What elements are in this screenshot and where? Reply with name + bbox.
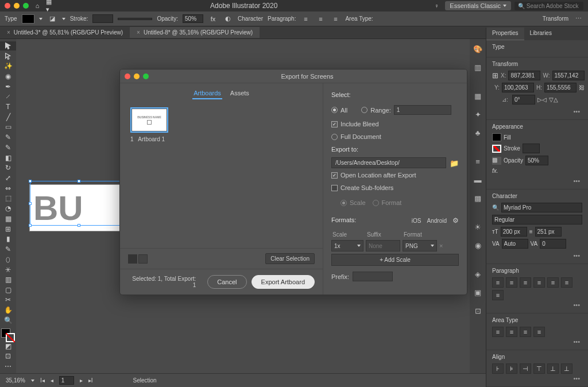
- slice-tool[interactable]: ✂: [0, 296, 16, 305]
- gradient-panel-icon[interactable]: ▬: [470, 173, 486, 186]
- dialog-maximize-icon[interactable]: [143, 73, 149, 79]
- opacity-input[interactable]: [525, 156, 548, 165]
- justify-left-icon[interactable]: ≡: [533, 277, 545, 288]
- shaper-tool[interactable]: ✎: [0, 143, 16, 152]
- minimize-icon[interactable]: [14, 3, 20, 9]
- mesh-tool[interactable]: ⊞: [0, 225, 16, 234]
- column-graph-tool[interactable]: ▥: [0, 275, 16, 284]
- align-vcenter-icon[interactable]: ⊥: [547, 363, 559, 374]
- stroke-swatch-icon[interactable]: ◪: [47, 14, 57, 24]
- align-center-icon[interactable]: ≡: [506, 277, 517, 288]
- fill-color[interactable]: [492, 133, 501, 141]
- curvature-tool[interactable]: ⟋: [0, 92, 16, 102]
- rotate-tool[interactable]: ↻: [0, 163, 16, 172]
- angle-input[interactable]: [512, 95, 535, 105]
- font-family-input[interactable]: [501, 203, 582, 212]
- stroke-weight[interactable]: [523, 144, 540, 153]
- align-top-icon[interactable]: ⊤: [533, 363, 545, 374]
- flip-h-icon[interactable]: ▷◁: [537, 96, 547, 103]
- more-options-icon[interactable]: •••: [492, 300, 582, 309]
- remove-scale-icon[interactable]: ×: [439, 240, 448, 251]
- zoom-tool[interactable]: 🔍: [0, 316, 16, 325]
- close-tab-icon[interactable]: ×: [7, 29, 10, 36]
- artboard-nav-last-icon[interactable]: ▸I: [88, 377, 93, 384]
- add-scale-button[interactable]: + Add Scale: [331, 254, 459, 266]
- browse-folder-icon[interactable]: 📁: [450, 159, 459, 167]
- stroke-color[interactable]: [492, 145, 501, 153]
- symbol-sprayer-tool[interactable]: ⚹: [0, 265, 16, 274]
- line-tool[interactable]: ╱: [0, 113, 16, 122]
- artboard-tool[interactable]: ▢: [0, 285, 16, 295]
- fill-stroke-swatch[interactable]: [1, 328, 15, 338]
- direct-selection-tool[interactable]: [0, 52, 16, 61]
- fx-icon[interactable]: fx: [208, 14, 218, 24]
- align-left-icon[interactable]: ≡: [300, 14, 311, 24]
- justify-center-icon[interactable]: ≡: [547, 277, 559, 288]
- search-icon[interactable]: 🔍: [492, 204, 499, 211]
- more-options-icon[interactable]: •••: [492, 107, 582, 116]
- eraser-tool[interactable]: ◧: [0, 153, 16, 162]
- dialog-close-icon[interactable]: [125, 73, 130, 79]
- tab-assets[interactable]: Assets: [229, 88, 250, 99]
- workspace-selector[interactable]: Essentials Classic: [445, 1, 511, 10]
- ios-preset[interactable]: iOS: [412, 218, 421, 224]
- format-settings-icon[interactable]: ⚙: [452, 216, 459, 225]
- color-panel-icon[interactable]: 🎨: [470, 42, 486, 55]
- document-tab[interactable]: ×Untitled-8* @ 35,16% (RGB/GPU Preview): [130, 27, 260, 38]
- format-select[interactable]: PNG: [403, 240, 437, 251]
- align-hcenter-icon[interactable]: ⊧: [506, 363, 517, 374]
- gradient-tool[interactable]: ▮: [0, 234, 16, 243]
- align-left-icon[interactable]: ≡: [492, 277, 504, 288]
- areatype-label[interactable]: Area Type:: [345, 16, 373, 22]
- paragraph-label[interactable]: Paragraph:: [268, 16, 296, 22]
- more-options-icon[interactable]: •••: [492, 251, 582, 260]
- pen-tool[interactable]: ✒: [0, 82, 16, 91]
- radio-full-document[interactable]: [331, 134, 338, 140]
- prefix-input[interactable]: [353, 272, 393, 281]
- artboard-nav-prev-icon[interactable]: ◂: [51, 377, 53, 384]
- stroke-weight-input[interactable]: [92, 14, 113, 23]
- artboard-nav-next-icon[interactable]: ▸: [80, 377, 83, 384]
- selection-tool[interactable]: [0, 41, 16, 51]
- open-location-checkbox[interactable]: [331, 172, 338, 179]
- link-icon[interactable]: ⛓: [579, 84, 585, 91]
- more-options-icon[interactable]: •••: [492, 337, 582, 346]
- scale-tool[interactable]: ⤢: [0, 173, 16, 183]
- magic-wand-tool[interactable]: ✨: [0, 61, 16, 71]
- grid-view-icon[interactable]: [128, 254, 137, 264]
- color-guide-icon[interactable]: ▥: [470, 61, 486, 73]
- dialog-minimize-icon[interactable]: [134, 73, 140, 79]
- y-input[interactable]: [502, 83, 534, 92]
- zoom-level[interactable]: 35,16%: [6, 377, 25, 384]
- width-tool[interactable]: ⇔: [0, 184, 16, 193]
- fill-swatch[interactable]: [22, 14, 34, 24]
- export-artboard-button[interactable]: Export Artboard: [252, 275, 315, 289]
- color-mode-icon[interactable]: ◩: [0, 342, 16, 351]
- radio-all[interactable]: [331, 107, 338, 113]
- area-type-icon[interactable]: ≡: [520, 327, 531, 337]
- range-input[interactable]: [394, 105, 451, 115]
- appearance-panel-icon[interactable]: ☀: [470, 220, 486, 233]
- blend-tool[interactable]: ⬯: [0, 255, 16, 264]
- lasso-tool[interactable]: ◉: [0, 72, 16, 81]
- edit-toolbar-icon[interactable]: ⋯: [0, 362, 16, 371]
- radio-range[interactable]: [361, 107, 368, 113]
- area-type-icon[interactable]: ≡: [492, 327, 504, 337]
- x-input[interactable]: [508, 71, 540, 80]
- flip-v-icon[interactable]: ▽△: [549, 96, 558, 103]
- tab-libraries[interactable]: Libraries: [524, 28, 558, 40]
- font-style-input[interactable]: [492, 215, 582, 225]
- transparency-panel-icon[interactable]: ▩: [470, 192, 486, 204]
- create-subfolders-checkbox[interactable]: [331, 185, 338, 191]
- free-transform-tool[interactable]: ⬚: [0, 194, 16, 203]
- character-label[interactable]: Character: [238, 16, 263, 22]
- asset-export-icon[interactable]: ▣: [470, 286, 486, 299]
- symbols-panel-icon[interactable]: ♣: [470, 126, 486, 139]
- align-center-icon[interactable]: ≡: [315, 14, 326, 24]
- shape-builder-tool[interactable]: ◔: [0, 204, 16, 213]
- tracking-input[interactable]: [540, 239, 566, 249]
- justify-all-icon[interactable]: ≡: [492, 290, 504, 300]
- w-input[interactable]: [552, 71, 585, 80]
- h-input[interactable]: [544, 83, 577, 92]
- graphic-styles-icon[interactable]: ◉: [470, 239, 486, 251]
